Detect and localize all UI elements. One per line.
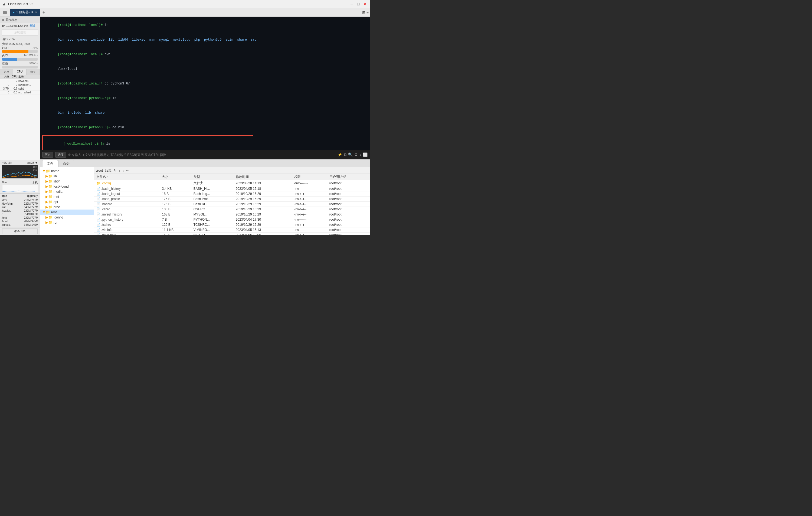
- cell-size: 129 B: [160, 222, 191, 227]
- terminal[interactable]: [root@localhost local]# ls bin etc games…: [40, 17, 370, 150]
- title-bar: 🖥 FinalShell 3.9.8.2 ─ □ ✕: [0, 0, 370, 8]
- cell-perms: -rw-r--r--: [292, 212, 327, 217]
- tree-label: proc: [54, 205, 60, 209]
- process-row[interactable]: 3.7M 0.7 sshd: [0, 87, 40, 91]
- cell-modified: 2023/04/04 17:30: [234, 217, 292, 222]
- folder-button[interactable]: [1, 9, 9, 16]
- download-icon[interactable]: ↓: [122, 169, 124, 172]
- tree-item-media[interactable]: ▶📁 media: [40, 189, 94, 194]
- cell-owner: root/root: [327, 180, 370, 186]
- ping-chart: [2, 184, 38, 193]
- folder-icon: ▶📁: [46, 215, 53, 219]
- table-row[interactable]: 📄 .viminfo 11.1 KB VIMINFO... 2023/04/05…: [94, 227, 370, 233]
- folder-icon: ▼📁: [42, 210, 50, 214]
- col-filename[interactable]: 文件名 ↑: [94, 174, 160, 180]
- activate-section: 激活/升级: [0, 227, 40, 235]
- cell-type: TCSHRC...: [191, 222, 234, 227]
- sys-info-button[interactable]: 系统信息: [2, 29, 38, 35]
- cell-modified: 2019/10/29 16:29: [234, 197, 292, 202]
- col-type[interactable]: 类型: [191, 174, 234, 180]
- mini-tab-cmd[interactable]: 命令: [27, 69, 40, 75]
- disk-row: /run646M/727M: [1, 205, 39, 209]
- table-row[interactable]: 📄 .cshrc 100 B CSHRC ... 2019/10/29 16:2…: [94, 207, 370, 212]
- col-modified[interactable]: 修改时间: [234, 174, 292, 180]
- tab-file[interactable]: 文件: [42, 160, 58, 167]
- refresh-icon[interactable]: ↻: [114, 169, 116, 172]
- file-table-area: /root 历史 ↻ ↑ ↓ ⋯ 文件名 ↑ 大小 类型: [94, 167, 370, 235]
- upload-icon[interactable]: ↑: [119, 169, 120, 172]
- tree-item-lib[interactable]: ▶📁 lib: [40, 174, 94, 179]
- copy-ip-button[interactable]: 复制: [29, 24, 35, 28]
- more-icon[interactable]: ⋯: [126, 169, 129, 172]
- process-row[interactable]: 0 2 kswapd0: [0, 79, 40, 83]
- cell-owner: root/root: [327, 217, 370, 222]
- copy-icon[interactable]: ⧉: [344, 152, 346, 157]
- maximize-icon[interactable]: ⬜: [363, 152, 368, 157]
- tree-item-config[interactable]: ▶📁 .config: [40, 215, 94, 220]
- cell-owner: root/root: [327, 222, 370, 227]
- history-btn[interactable]: 历史: [105, 168, 112, 173]
- terminal-line: [root@localhost python3.6]# cd bin: [42, 120, 368, 135]
- close-button[interactable]: ✕: [362, 1, 368, 7]
- tree-label: opt: [54, 200, 58, 204]
- cpu-progress-bg: [2, 50, 38, 53]
- table-row[interactable]: 📄 .bash_profile 176 B Bash Prof... 2019/…: [94, 197, 370, 202]
- table-row[interactable]: 📄 .tcshrc 129 B TCSHRC... 2019/10/29 16:…: [94, 222, 370, 227]
- cmd-icon-group: ⚡ ⧉ 🔍 ⚙ ↓ ⬜: [338, 152, 368, 157]
- title-bar-left: 🖥 FinalShell 3.9.8.2: [2, 2, 33, 6]
- table-row[interactable]: 📄 .bash_logout 18 B Bash Log... 2019/10/…: [94, 192, 370, 197]
- mini-tab-cpu[interactable]: CPU: [13, 69, 27, 75]
- search-icon[interactable]: 🔍: [348, 152, 353, 157]
- tree-item-mnt[interactable]: ▶📁 mnt: [40, 194, 94, 199]
- col-owner[interactable]: 用户/用户组: [327, 174, 370, 180]
- col-size[interactable]: 大小: [160, 174, 191, 180]
- tree-item-lostfound[interactable]: ▶📁 lost+found: [40, 184, 94, 189]
- settings-icon[interactable]: ⚙: [354, 152, 358, 157]
- mini-tab-mem[interactable]: 内存: [0, 69, 13, 75]
- table-row[interactable]: 📄 .python_history 7 B PYTHON... 2023/04/…: [94, 217, 370, 222]
- net-interface[interactable]: ens33 ▼: [27, 161, 38, 164]
- folder-icon: ▶📁: [46, 200, 53, 204]
- cell-type: Bash Prof...: [191, 197, 234, 202]
- net-row: ↑9K ↓3K ens33 ▼: [2, 161, 38, 164]
- tree-item-opt[interactable]: ▶📁 opt: [40, 199, 94, 204]
- maximize-button[interactable]: □: [356, 1, 361, 7]
- tab-command[interactable]: 命令: [58, 160, 74, 167]
- bottom-tabs: 文件 命令: [40, 160, 370, 167]
- process-header: 内存 CPU 名称: [0, 75, 40, 79]
- col-perms[interactable]: 权限: [292, 174, 327, 180]
- col-header-cpu: CPU: [9, 75, 17, 79]
- cell-size: 100 B: [160, 207, 191, 212]
- tab-server04[interactable]: ● 1 服务器-04 ✕: [10, 9, 40, 16]
- minimize-button[interactable]: ─: [349, 1, 354, 7]
- lightning-icon[interactable]: ⚡: [338, 152, 342, 157]
- table-row[interactable]: 📄 .bashrc 176 B Bash RC ... 2019/10/29 1…: [94, 202, 370, 207]
- cell-type: WGET-H...: [191, 233, 234, 235]
- ip-row: IP 192.168.120.148 复制: [0, 23, 40, 28]
- tree-item-root[interactable]: ▼📁 root: [40, 209, 94, 215]
- tree-item-proc[interactable]: ▶📁 proc: [40, 204, 94, 209]
- history-button[interactable]: 历史: [42, 152, 53, 157]
- folder-icon: ▶📁: [46, 220, 53, 224]
- select-button[interactable]: 选项: [55, 152, 66, 157]
- add-tab-button[interactable]: +: [40, 9, 47, 16]
- cell-modified: 2023/04/05 12:05: [234, 233, 292, 235]
- process-row[interactable]: 0 0.3 rcu_sched: [0, 91, 40, 94]
- table-row[interactable]: 📄 .wget-hsts 169 B WGET-H... 2023/04/05 …: [94, 233, 370, 235]
- table-row[interactable]: 📄 .mysql_history 168 B MYSQL... 2019/10/…: [94, 212, 370, 217]
- tree-item-lib64[interactable]: ▶📁 lib64: [40, 179, 94, 184]
- table-row[interactable]: 📄 .bash_history 3.4 KB BASH_Hi... 2023/0…: [94, 186, 370, 192]
- layout-icon[interactable]: ≡: [367, 10, 369, 15]
- table-row[interactable]: 📁 .config 文件夹 2023/03/28 14:13 drwx-----…: [94, 180, 370, 186]
- activate-button[interactable]: 激活/升级: [2, 229, 38, 234]
- grid-icon[interactable]: ⊞: [362, 10, 366, 15]
- download-icon[interactable]: ↓: [359, 152, 361, 157]
- tab-label: 1 服务器-04: [16, 10, 33, 15]
- process-row[interactable]: 0 2 kworker/...: [0, 83, 40, 87]
- load-row: 负载 0.55, 0.84, 0.69: [0, 42, 40, 46]
- tree-item-home[interactable]: ▼📁 home: [40, 168, 94, 174]
- command-input[interactable]: [68, 153, 336, 157]
- tree-item-run[interactable]: ▶📁 run: [40, 220, 94, 225]
- file-table: 文件名 ↑ 大小 类型 修改时间 权限 用户/用户组 📁 .config 文件夹: [94, 174, 370, 235]
- tab-close-icon[interactable]: ✕: [35, 11, 37, 14]
